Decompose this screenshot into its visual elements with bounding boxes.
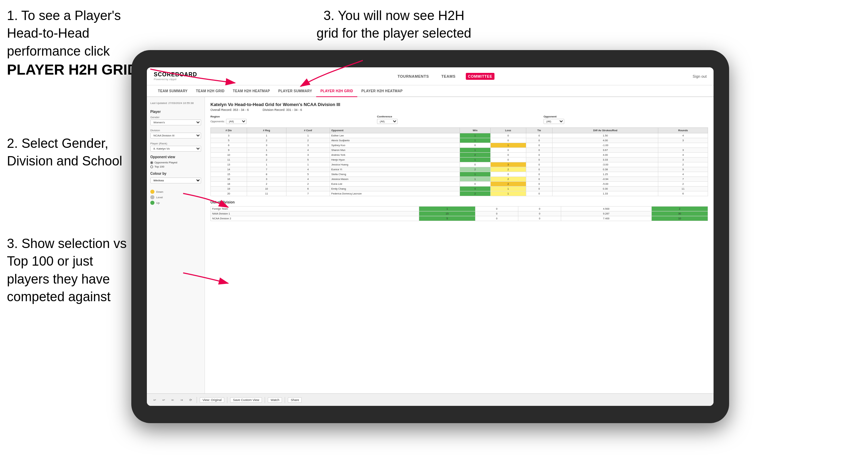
sub-nav-player-h2h-grid[interactable]: PLAYER H2H GRID (316, 85, 357, 97)
toolbar-sep-2 (227, 397, 227, 403)
table-row: 3.33 (553, 158, 658, 162)
step-forward-button[interactable]: ⇒ (179, 398, 185, 402)
table-row: -0.94 (553, 177, 658, 182)
col-div: # Div (211, 128, 247, 133)
table-row: 4 (658, 153, 708, 158)
table-row: 11 (247, 191, 286, 196)
radio-dot-top100 (150, 165, 153, 168)
table-row: 2 (247, 158, 286, 162)
legend-down: Down (150, 190, 201, 194)
table-row: 3 (490, 162, 526, 167)
table-row: 2 (658, 182, 708, 187)
table-row: 3 (247, 177, 286, 182)
sidebar-division-select[interactable]: NCAA Division III NCAA Division I NCAA D… (150, 133, 201, 139)
division-record: Division Record: 331 - 34 - 6 (263, 108, 302, 112)
watch-button[interactable]: Watch (268, 397, 282, 403)
table-row: 1 (419, 207, 475, 211)
redo-button[interactable]: ↩ (161, 398, 167, 402)
table-row: Federica Domecq Lacroze (330, 191, 460, 196)
nav-committee[interactable]: COMMITTEE (466, 73, 494, 80)
view-original-button[interactable]: View: Original (200, 397, 224, 403)
table-row: 10 (211, 153, 247, 158)
share-button[interactable]: Share (288, 397, 302, 403)
sidebar-player-title: Player (150, 110, 201, 114)
table-row: 0 (490, 158, 526, 162)
table-row: Jessica Huang (330, 162, 460, 167)
nav-tournaments[interactable]: TOURNAMENTS (395, 73, 431, 80)
step-back-button[interactable]: ⇐ (170, 398, 176, 402)
table-row: 0 (518, 207, 561, 211)
table-row: -5.00 (553, 182, 658, 187)
table-row: 0 (526, 177, 553, 182)
table-row: 4 (286, 167, 330, 172)
sub-nav-team-h2h-grid[interactable]: TEAM H2H GRID (192, 85, 229, 97)
table-row: 2 (286, 138, 330, 143)
table-row: 0 (526, 172, 553, 177)
table-row: 0 (490, 133, 526, 138)
table-row: 4.500 (561, 207, 652, 211)
table-row: -3.00 (553, 162, 658, 167)
filter-region: Region Opponents: (All) (210, 115, 375, 124)
table-row: 8 (247, 172, 286, 177)
instruction-bot-left: 3. Show selection vs Top 100 or just pla… (7, 235, 131, 306)
sub-nav-team-h2h-heatmap[interactable]: TEAM H2H HEATMAP (229, 85, 274, 97)
table-row: 1 (460, 138, 490, 143)
table-row: 13 (211, 162, 247, 167)
sign-out-button[interactable]: Sign out (693, 74, 707, 78)
table-row: Sharon Mun (330, 148, 460, 153)
sub-nav-team-summary[interactable]: TEAM SUMMARY (154, 85, 192, 97)
table-row: 1 (490, 143, 526, 148)
table-row: 6 (286, 187, 330, 191)
table-row: 3 (247, 143, 286, 148)
table-row: 0 (490, 153, 526, 158)
table-row: 3 (658, 158, 708, 162)
table-row: 2 (247, 138, 286, 143)
refresh-button[interactable]: ⟳ (188, 398, 194, 402)
sidebar-player-rank-label: Player (Rank) (150, 142, 201, 145)
table-row: 19 (211, 187, 247, 191)
undo-button[interactable]: ↩ (152, 398, 158, 402)
table-row: 7.400 (561, 216, 652, 221)
table-row: 2 (490, 177, 526, 182)
out-of-division-table: Foreign Team 1 0 0 4.500 2 NAIA Division… (210, 206, 708, 221)
sidebar: Last Updated: 27/03/2024 16:55:38 Player… (147, 97, 205, 393)
table-row: 1 (247, 148, 286, 153)
colour-by-select[interactable]: Win/loss (150, 178, 201, 183)
col-reg: # Reg (247, 128, 286, 133)
logo-area: SCOREBOARD Powered by clippd (154, 72, 197, 81)
table-row: 10 (651, 216, 708, 221)
save-custom-view-button[interactable]: Save Custom View (230, 397, 262, 403)
opponent-select[interactable]: (All) (544, 119, 564, 124)
conference-select[interactable]: (All) (377, 119, 398, 124)
sidebar-timestamp: Last Updated: 27/03/2024 16:55:38 (150, 101, 201, 105)
sidebar-gender-select[interactable]: Women's Men's (150, 120, 201, 125)
table-row: 0 (526, 162, 553, 167)
table-row: 1 (247, 133, 286, 138)
table-row: 1.50 (553, 133, 658, 138)
legend-dot-up (150, 201, 154, 205)
table-row: 2 (460, 153, 490, 158)
legend-up: Up (150, 201, 201, 205)
region-select[interactable]: (All) (226, 119, 247, 124)
table-row: 10 (247, 187, 286, 191)
table-row: 0.38 (553, 167, 658, 172)
table-row: 1 (247, 162, 286, 167)
table-row: Euna Lee (330, 182, 460, 187)
sidebar-player-rank-select[interactable]: 8. Katelyn Vo (150, 146, 201, 152)
table-row: 0 (526, 153, 553, 158)
table-row: 3.67 (553, 148, 658, 153)
table-row: 6 (247, 153, 286, 158)
radio-top100[interactable]: Top 100 (150, 165, 201, 168)
radio-opponents-played[interactable]: Opponents Played (150, 161, 201, 164)
table-row: Jessica Mason (330, 177, 460, 182)
nav-teams[interactable]: TEAMS (439, 73, 457, 80)
table-row: 3 (211, 133, 247, 138)
table-row: 4.00 (553, 138, 658, 143)
table-row: 4 (286, 177, 330, 182)
legend-level: Level (150, 195, 201, 199)
table-row: 5 (286, 172, 330, 177)
sub-nav-player-summary[interactable]: PLAYER SUMMARY (274, 85, 316, 97)
sub-nav-player-h2h-heatmap[interactable]: PLAYER H2H HEATMAP (357, 85, 407, 97)
table-row: 2 (460, 167, 490, 172)
main-data-table: # Div # Reg # Conf Opponent Win Loss Tie… (210, 127, 708, 196)
